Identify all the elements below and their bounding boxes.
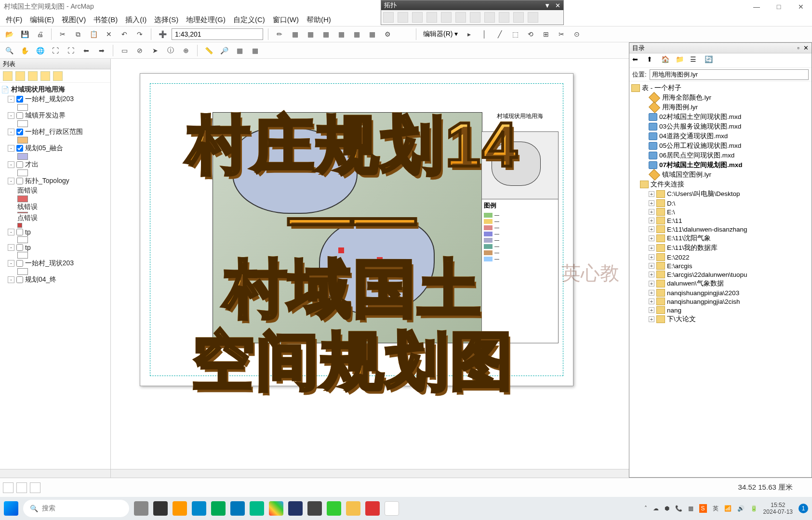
folder-item[interactable]: +nanqishuangpingjia\2203 xyxy=(631,288,810,297)
taskbar-app-icon[interactable] xyxy=(288,501,303,516)
edit-tool-icon[interactable]: ⊙ xyxy=(571,28,583,40)
menu-selection[interactable]: 选择(S) xyxy=(151,14,181,26)
folder-item[interactable]: +E:\11 xyxy=(631,216,810,225)
layout-page[interactable]: 村域现状用地用海 图例 — — — — — — — — xyxy=(140,73,573,386)
tray-icon[interactable]: 📞 xyxy=(675,505,682,512)
tool-icon[interactable]: ▦ xyxy=(249,44,261,57)
connect-folder-icon[interactable]: 📁 xyxy=(676,55,686,66)
folder-item[interactable]: +E:\11\我的数据库 xyxy=(631,243,810,253)
menu-help[interactable]: 帮助(H) xyxy=(304,14,334,26)
topo-btn[interactable] xyxy=(455,12,466,23)
menu-file[interactable]: 件(F) xyxy=(3,14,25,26)
toc-root[interactable]: 📄 村域现状用地用海 xyxy=(1,85,109,94)
open-icon[interactable]: 📂 xyxy=(3,28,15,40)
data-view-icon[interactable] xyxy=(3,482,13,493)
folder-item[interactable]: +E:\2022 xyxy=(631,253,810,261)
taskbar-app-icon[interactable] xyxy=(307,501,322,516)
toc-layer[interactable]: -规划04_终 xyxy=(1,275,109,285)
topo-btn[interactable] xyxy=(484,12,495,23)
minimize-button[interactable]: — xyxy=(745,0,768,13)
explorer-icon[interactable] xyxy=(346,501,360,516)
folder-item[interactable]: +下\大论文 xyxy=(631,314,810,324)
toc-layer[interactable]: -才出 xyxy=(1,160,109,169)
select-icon[interactable]: ▭ xyxy=(118,44,131,57)
catalog-root[interactable]: 表 - 一个村子 xyxy=(631,83,810,93)
scale-input[interactable]: 1:43,201 xyxy=(172,28,263,40)
tool-icon[interactable]: ▦ xyxy=(366,28,378,40)
topo-btn[interactable] xyxy=(412,12,423,23)
next-extent-icon[interactable]: ➡ xyxy=(95,44,108,57)
refresh-view-icon[interactable] xyxy=(30,482,40,493)
menu-geoprocessing[interactable]: 地理处理(G) xyxy=(183,14,228,26)
toc-layer[interactable]: -一始村_规划203 xyxy=(1,94,109,104)
layer-checkbox[interactable] xyxy=(16,129,23,135)
folder-item[interactable]: +E:\11\dalunwen-disanzhang xyxy=(631,225,810,234)
chrome-icon[interactable] xyxy=(269,501,283,516)
battery-icon[interactable]: 🔋 xyxy=(750,505,758,512)
volume-icon[interactable]: 🔊 xyxy=(737,505,745,512)
folder-item[interactable]: +E:\arcgis xyxy=(631,261,810,270)
ime-icon[interactable]: 英 xyxy=(713,505,719,513)
taskbar-search[interactable]: 🔍 搜索 xyxy=(23,500,129,517)
edit-tool-icon[interactable]: ⬚ xyxy=(509,28,521,40)
full-extent-icon[interactable]: 🌐 xyxy=(34,44,46,57)
menu-insert[interactable]: 插入(I) xyxy=(122,14,149,26)
print-icon[interactable]: 🖨 xyxy=(34,28,46,40)
layer-checkbox[interactable] xyxy=(16,112,23,119)
edge-icon[interactable] xyxy=(192,501,206,516)
edit-tool-icon[interactable]: │ xyxy=(478,28,491,40)
layout-view-icon[interactable] xyxy=(16,482,27,493)
toc-sublayer[interactable]: 面错误 xyxy=(1,186,109,195)
toc-options-icon[interactable] xyxy=(53,71,63,81)
arcmap-icon[interactable] xyxy=(385,501,399,516)
topology-title[interactable]: 拓扑 ▼ ✕ xyxy=(381,0,563,10)
clock[interactable]: 15:52 2024-07-13 xyxy=(763,502,793,516)
save-icon[interactable]: 💾 xyxy=(18,28,31,40)
taskbar-app-icon[interactable] xyxy=(173,501,187,516)
layer-checkbox[interactable] xyxy=(16,161,23,168)
taskbar-app-icon[interactable] xyxy=(211,501,226,516)
toc-layer[interactable]: -tp xyxy=(1,228,109,236)
taskbar-app-icon[interactable] xyxy=(153,501,168,516)
folder-item[interactable]: +D:\ xyxy=(631,199,810,208)
topo-btn[interactable] xyxy=(470,12,480,23)
topology-dropdown-icon[interactable]: ▼ xyxy=(544,2,550,9)
delete-icon[interactable]: ✕ xyxy=(103,28,115,40)
catalog-tree[interactable]: 表 - 一个村子 用海全部颜色.lyr 用海图例.lyr 02村域国土空间现状图… xyxy=(629,81,812,477)
menu-bookmarks[interactable]: 书签(B) xyxy=(91,14,120,26)
edit-tool-icon[interactable]: ⟲ xyxy=(524,28,537,40)
toc-list-by-source-icon[interactable] xyxy=(15,71,25,81)
toggle-icon[interactable]: ☰ xyxy=(690,55,701,66)
wechat-icon[interactable] xyxy=(327,501,341,516)
topo-btn[interactable] xyxy=(426,12,437,23)
catalog-item[interactable]: 06居民点空间现状图.mxd xyxy=(631,151,810,160)
catalog-title[interactable]: 目录 ▫✕ xyxy=(629,43,812,53)
toc-sublayer[interactable]: 点错误 xyxy=(1,213,109,223)
edit-tool-icon[interactable]: ✂ xyxy=(555,28,568,40)
location-input[interactable] xyxy=(650,69,809,80)
folder-connections[interactable]: 文件夹连接 xyxy=(631,180,810,189)
prev-extent-icon[interactable]: ⬅ xyxy=(80,44,93,57)
paste-icon[interactable]: 📋 xyxy=(87,28,100,40)
topo-btn[interactable] xyxy=(441,12,452,23)
ime-icon[interactable]: S xyxy=(699,504,707,513)
add-data-icon[interactable]: ➕ xyxy=(156,28,169,40)
tool-icon[interactable]: ▦ xyxy=(350,28,363,40)
toc-tree[interactable]: 📄 村域现状用地用海 -一始村_规划203 -城镇开发边界 -一始村_行政区范围… xyxy=(0,83,110,469)
editor-menu[interactable]: 编辑器(R) ▾ xyxy=(421,30,460,39)
wps-icon[interactable] xyxy=(365,501,380,516)
tray-icon[interactable]: ⬢ xyxy=(665,505,669,512)
up-icon[interactable]: ⬆ xyxy=(647,55,657,66)
catalog-item[interactable]: 镇域国空图例.lyr xyxy=(631,170,810,180)
catalog-item[interactable]: 用海全部颜色.lyr xyxy=(631,93,810,103)
layer-checkbox[interactable] xyxy=(16,145,23,152)
taskbar-app-icon[interactable] xyxy=(250,501,264,516)
tool-icon[interactable]: ⊕ xyxy=(180,44,192,57)
layer-checkbox[interactable] xyxy=(16,260,23,267)
topology-close-icon[interactable]: ✕ xyxy=(555,2,560,9)
home-icon[interactable]: 🏠 xyxy=(661,55,672,66)
measure-icon[interactable]: 📏 xyxy=(202,44,215,57)
tray-icon[interactable]: ▦ xyxy=(688,505,693,512)
toc-layer[interactable]: -一始村_行政区范围 xyxy=(1,127,109,137)
folder-item[interactable]: +E:\arcgis\22dalunwen\tuopu xyxy=(631,270,810,279)
